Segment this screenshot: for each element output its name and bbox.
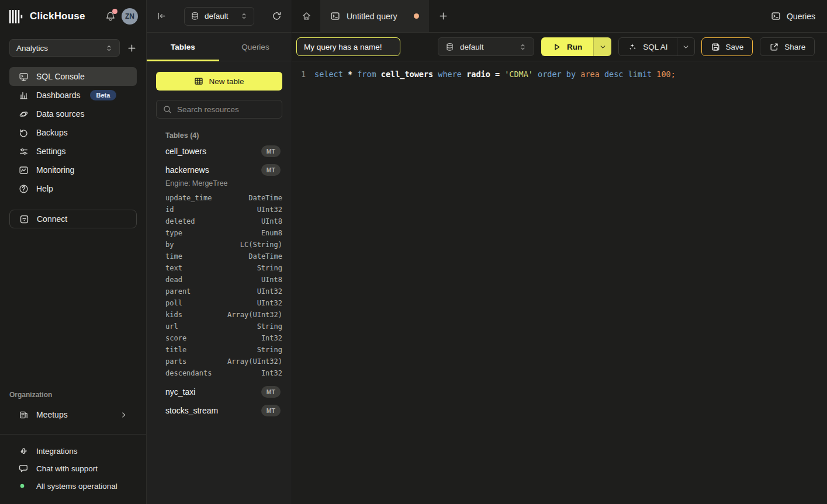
chevrons-updown-icon xyxy=(105,44,113,52)
query-name-input[interactable] xyxy=(296,37,400,56)
sql-ai-options-button[interactable] xyxy=(677,38,694,55)
refresh-button[interactable] xyxy=(272,11,282,21)
tables-list: cell_towersMThackernewsMTEngine: MergeTr… xyxy=(156,142,282,420)
collapse-panel-button[interactable] xyxy=(157,11,167,21)
app-window: ClickHouse ZN Analytics SQL ConsoleDashb… xyxy=(0,0,827,504)
tab-queries[interactable]: Queries xyxy=(219,33,292,61)
sql-editor[interactable]: 1select * from cell_towers where radio =… xyxy=(292,61,827,504)
sidebar-divider xyxy=(0,434,146,435)
notifications-bell-icon[interactable] xyxy=(105,11,116,22)
table-engine-badge: MT xyxy=(261,145,281,157)
avatar[interactable]: ZN xyxy=(122,8,138,25)
home-icon xyxy=(302,11,312,21)
search-input[interactable] xyxy=(177,105,276,114)
column-type: UInt32 xyxy=(257,299,282,307)
sidebar-item-dashboards[interactable]: DashboardsBeta xyxy=(9,86,137,105)
sql-token: where xyxy=(438,69,466,79)
chevrons-updown-icon xyxy=(519,43,527,51)
chevron-right-icon xyxy=(120,411,127,419)
explorer-header: default xyxy=(147,0,292,33)
sidebar-item-sql-console[interactable]: SQL Console xyxy=(9,67,137,86)
explorer-panel: default Tables Queries New table Tables … xyxy=(146,0,292,504)
home-button[interactable] xyxy=(292,0,320,32)
column-type: UInt32 xyxy=(257,206,282,214)
table-row-cell-towers[interactable]: cell_towersMT xyxy=(156,142,282,161)
sidebar-item-meetups[interactable]: Meetups xyxy=(9,405,137,424)
clickhouse-logo-icon xyxy=(9,10,24,23)
sidebar-item-chat-with-support[interactable]: Chat with support xyxy=(9,460,137,477)
sql-ai-button-group: SQL AI xyxy=(618,37,694,56)
sql-ai-button[interactable]: SQL AI xyxy=(619,38,676,55)
tab-tables[interactable]: Tables xyxy=(147,33,219,61)
sidebar-item-label: Data sources xyxy=(36,109,84,119)
save-button[interactable]: Save xyxy=(701,37,753,56)
table-row-hackernews[interactable]: hackernewsMT xyxy=(156,161,282,179)
column-type: Int32 xyxy=(261,334,282,342)
share-label: Share xyxy=(784,43,805,51)
new-table-button[interactable]: New table xyxy=(156,72,282,91)
table-row-nyc-taxi[interactable]: nyc_taxiMT xyxy=(156,383,282,401)
sidebar-item-label: Chat with support xyxy=(36,464,98,473)
clickhouse-logo: ClickHouse xyxy=(9,10,85,23)
sidebar-item-help[interactable]: Help xyxy=(9,179,137,198)
line-number: 1 xyxy=(292,68,314,80)
sidebar-item-label: Monitoring xyxy=(36,165,74,175)
run-button-group: Run xyxy=(541,37,611,56)
column-name: update_time xyxy=(165,194,212,202)
play-icon xyxy=(552,43,561,51)
organization-section-label: Organization xyxy=(0,391,146,399)
column-row: deadUInt8 xyxy=(156,274,282,286)
connect-button[interactable]: Connect xyxy=(9,210,137,228)
column-type: LC(String) xyxy=(240,241,282,249)
table-engine-badge: MT xyxy=(261,405,281,416)
table-name: nyc_taxi xyxy=(165,387,195,397)
run-button[interactable]: Run xyxy=(541,37,593,56)
run-label: Run xyxy=(567,43,582,51)
column-name: parent xyxy=(165,287,191,296)
toolbar-database-select[interactable]: default xyxy=(438,37,534,56)
terminal-icon xyxy=(771,11,781,21)
column-type: String xyxy=(257,346,282,354)
search-icon xyxy=(162,105,172,114)
column-name: deleted xyxy=(165,217,195,225)
sql-token: area xyxy=(580,69,604,79)
query-tab[interactable]: Untitled query xyxy=(320,0,429,32)
column-name: title xyxy=(165,346,186,354)
sidebar-item-label: Backups xyxy=(36,128,68,137)
sql-token: select xyxy=(314,69,348,79)
sql-token: radio xyxy=(466,69,495,79)
sidebar-nav: SQL ConsoleDashboardsBetaData sourcesBac… xyxy=(0,64,146,198)
chevrons-updown-icon xyxy=(240,12,248,20)
toolbar-database-value: default xyxy=(460,43,484,51)
sql-ai-label: SQL AI xyxy=(643,43,667,51)
sidebar-item-backups[interactable]: Backups xyxy=(9,123,137,142)
sidebar-item-settings[interactable]: Settings xyxy=(9,142,137,161)
sql-token: * xyxy=(348,69,357,79)
column-type: DateTime xyxy=(248,194,282,202)
main-area: Untitled query Queries default xyxy=(292,0,827,504)
table-row-stocks-stream[interactable]: stocks_streamMT xyxy=(156,401,282,420)
workspace-select[interactable]: Analytics xyxy=(9,39,120,57)
sidebar-item-integrations[interactable]: Integrations xyxy=(9,442,137,460)
database-select[interactable]: default xyxy=(184,7,254,26)
column-name: time xyxy=(165,252,182,260)
column-name: descendants xyxy=(165,369,212,377)
table-engine-badge: MT xyxy=(261,386,281,398)
queries-button[interactable]: Queries xyxy=(771,11,815,21)
sidebar-item-all-systems-operational[interactable]: All systems operational xyxy=(9,477,137,495)
sidebar-item-data-sources[interactable]: Data sources xyxy=(9,105,137,123)
column-type: String xyxy=(257,264,282,272)
share-button[interactable]: Share xyxy=(760,37,815,56)
share-icon xyxy=(769,42,779,52)
new-query-tab-button[interactable] xyxy=(429,0,457,32)
backups-icon xyxy=(19,128,29,138)
add-workspace-button[interactable] xyxy=(127,43,137,53)
sidebar-item-monitoring[interactable]: Monitoring xyxy=(9,161,137,179)
sql-token: 'CDMA' xyxy=(504,69,538,79)
connect-icon xyxy=(19,214,29,224)
settings-icon xyxy=(19,147,29,157)
table-name: stocks_stream xyxy=(165,406,218,415)
column-row: partsArray(UInt32) xyxy=(156,356,282,367)
save-icon xyxy=(711,42,721,52)
run-options-button[interactable] xyxy=(593,37,611,56)
